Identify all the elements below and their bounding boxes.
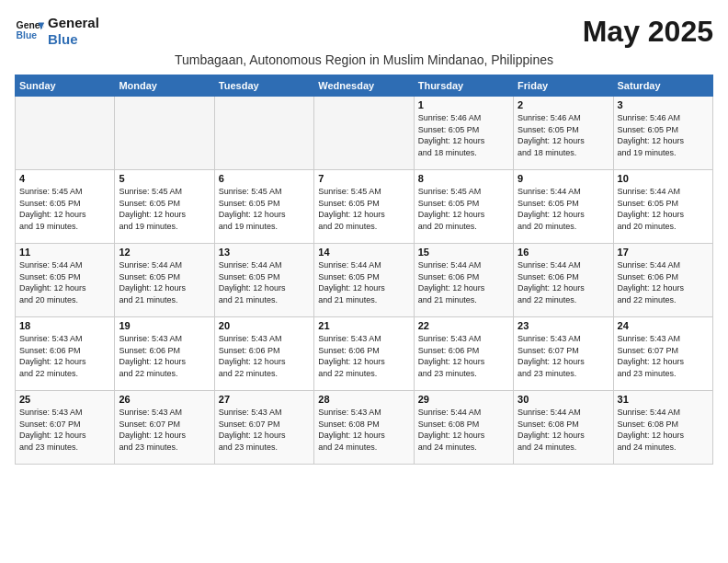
day-info: Sunrise: 5:44 AM Sunset: 6:05 PM Dayligh… [19, 259, 110, 305]
day-info: Sunrise: 5:44 AM Sunset: 6:08 PM Dayligh… [518, 407, 609, 453]
day-cell: 2Sunrise: 5:46 AM Sunset: 6:05 PM Daylig… [514, 97, 613, 170]
day-info: Sunrise: 5:44 AM Sunset: 6:08 PM Dayligh… [418, 407, 509, 453]
day-number: 13 [219, 247, 310, 258]
day-info: Sunrise: 5:44 AM Sunset: 6:05 PM Dayligh… [119, 259, 210, 305]
day-cell: 22Sunrise: 5:43 AM Sunset: 6:06 PM Dayli… [414, 317, 513, 391]
day-info: Sunrise: 5:44 AM Sunset: 6:05 PM Dayligh… [219, 259, 310, 305]
day-info: Sunrise: 5:45 AM Sunset: 6:05 PM Dayligh… [119, 186, 210, 232]
day-cell: 24Sunrise: 5:43 AM Sunset: 6:07 PM Dayli… [613, 317, 712, 391]
day-cell: 13Sunrise: 5:44 AM Sunset: 6:05 PM Dayli… [214, 244, 313, 317]
header-cell-tuesday: Tuesday [214, 75, 313, 97]
day-number: 3 [618, 99, 709, 110]
day-info: Sunrise: 5:45 AM Sunset: 6:05 PM Dayligh… [418, 186, 509, 232]
logo-text-blue: Blue [48, 31, 99, 48]
day-info: Sunrise: 5:46 AM Sunset: 6:05 PM Dayligh… [518, 112, 609, 158]
day-info: Sunrise: 5:43 AM Sunset: 6:07 PM Dayligh… [618, 333, 709, 379]
day-number: 24 [618, 320, 709, 331]
svg-text:Blue: Blue [17, 30, 38, 40]
week-row-3: 11Sunrise: 5:44 AM Sunset: 6:05 PM Dayli… [16, 244, 713, 317]
header-cell-thursday: Thursday [414, 75, 513, 97]
day-info: Sunrise: 5:43 AM Sunset: 6:07 PM Dayligh… [19, 407, 110, 453]
day-cell [314, 97, 414, 170]
day-info: Sunrise: 5:45 AM Sunset: 6:05 PM Dayligh… [318, 186, 409, 232]
day-info: Sunrise: 5:45 AM Sunset: 6:05 PM Dayligh… [19, 186, 110, 232]
day-number: 8 [418, 173, 509, 184]
day-info: Sunrise: 5:44 AM Sunset: 6:06 PM Dayligh… [618, 259, 709, 305]
day-info: Sunrise: 5:43 AM Sunset: 6:06 PM Dayligh… [19, 333, 110, 379]
logo-icon: General Blue [15, 17, 44, 46]
day-number: 26 [119, 394, 210, 405]
day-info: Sunrise: 5:43 AM Sunset: 6:06 PM Dayligh… [318, 333, 409, 379]
week-row-4: 18Sunrise: 5:43 AM Sunset: 6:06 PM Dayli… [16, 317, 713, 391]
day-cell: 31Sunrise: 5:44 AM Sunset: 6:08 PM Dayli… [613, 391, 712, 465]
day-number: 14 [318, 247, 409, 258]
day-info: Sunrise: 5:43 AM Sunset: 6:08 PM Dayligh… [318, 407, 409, 453]
week-row-1: 1Sunrise: 5:46 AM Sunset: 6:05 PM Daylig… [16, 97, 713, 170]
day-cell: 1Sunrise: 5:46 AM Sunset: 6:05 PM Daylig… [414, 97, 513, 170]
week-row-5: 25Sunrise: 5:43 AM Sunset: 6:07 PM Dayli… [16, 391, 713, 465]
day-number: 22 [418, 320, 509, 331]
day-cell: 25Sunrise: 5:43 AM Sunset: 6:07 PM Dayli… [16, 391, 115, 465]
header-cell-friday: Friday [514, 75, 613, 97]
day-cell: 27Sunrise: 5:43 AM Sunset: 6:07 PM Dayli… [214, 391, 313, 465]
day-info: Sunrise: 5:44 AM Sunset: 6:05 PM Dayligh… [318, 259, 409, 305]
day-cell: 3Sunrise: 5:46 AM Sunset: 6:05 PM Daylig… [613, 97, 712, 170]
day-cell: 9Sunrise: 5:44 AM Sunset: 6:05 PM Daylig… [514, 170, 613, 244]
day-number: 6 [219, 173, 310, 184]
subtitle: Tumbagaan, Autonomous Region in Muslim M… [15, 52, 713, 67]
header-cell-sunday: Sunday [16, 75, 115, 97]
day-number: 25 [19, 394, 110, 405]
logo-text-general: General [48, 15, 99, 31]
header-cell-saturday: Saturday [613, 75, 712, 97]
day-cell: 10Sunrise: 5:44 AM Sunset: 6:05 PM Dayli… [613, 170, 712, 244]
calendar-table: SundayMondayTuesdayWednesdayThursdayFrid… [15, 75, 713, 465]
day-info: Sunrise: 5:45 AM Sunset: 6:05 PM Dayligh… [219, 186, 310, 232]
day-info: Sunrise: 5:44 AM Sunset: 6:06 PM Dayligh… [418, 259, 509, 305]
day-cell: 6Sunrise: 5:45 AM Sunset: 6:05 PM Daylig… [214, 170, 313, 244]
week-row-2: 4Sunrise: 5:45 AM Sunset: 6:05 PM Daylig… [16, 170, 713, 244]
month-title: May 2025 [583, 15, 713, 49]
day-info: Sunrise: 5:43 AM Sunset: 6:07 PM Dayligh… [219, 407, 310, 453]
logo: General Blue General Blue [15, 15, 99, 48]
day-cell: 26Sunrise: 5:43 AM Sunset: 6:07 PM Dayli… [115, 391, 214, 465]
day-cell: 8Sunrise: 5:45 AM Sunset: 6:05 PM Daylig… [414, 170, 513, 244]
day-number: 1 [418, 99, 509, 110]
day-number: 4 [19, 173, 110, 184]
day-info: Sunrise: 5:43 AM Sunset: 6:06 PM Dayligh… [119, 333, 210, 379]
day-cell: 29Sunrise: 5:44 AM Sunset: 6:08 PM Dayli… [414, 391, 513, 465]
day-cell [115, 97, 214, 170]
day-number: 17 [618, 247, 709, 258]
day-info: Sunrise: 5:43 AM Sunset: 6:07 PM Dayligh… [518, 333, 609, 379]
day-number: 28 [318, 394, 409, 405]
day-cell [214, 97, 313, 170]
day-number: 30 [518, 394, 609, 405]
day-cell: 15Sunrise: 5:44 AM Sunset: 6:06 PM Dayli… [414, 244, 513, 317]
day-number: 18 [19, 320, 110, 331]
day-number: 20 [219, 320, 310, 331]
header-cell-wednesday: Wednesday [314, 75, 414, 97]
day-number: 9 [518, 173, 609, 184]
day-cell: 4Sunrise: 5:45 AM Sunset: 6:05 PM Daylig… [16, 170, 115, 244]
header-row: SundayMondayTuesdayWednesdayThursdayFrid… [16, 75, 713, 97]
day-info: Sunrise: 5:46 AM Sunset: 6:05 PM Dayligh… [618, 112, 709, 158]
day-cell: 16Sunrise: 5:44 AM Sunset: 6:06 PM Dayli… [514, 244, 613, 317]
day-cell: 23Sunrise: 5:43 AM Sunset: 6:07 PM Dayli… [514, 317, 613, 391]
day-number: 5 [119, 173, 210, 184]
day-number: 27 [219, 394, 310, 405]
day-cell: 28Sunrise: 5:43 AM Sunset: 6:08 PM Dayli… [314, 391, 414, 465]
day-number: 12 [119, 247, 210, 258]
day-cell: 21Sunrise: 5:43 AM Sunset: 6:06 PM Dayli… [314, 317, 414, 391]
day-cell: 19Sunrise: 5:43 AM Sunset: 6:06 PM Dayli… [115, 317, 214, 391]
day-info: Sunrise: 5:43 AM Sunset: 6:07 PM Dayligh… [119, 407, 210, 453]
day-number: 16 [518, 247, 609, 258]
day-cell: 11Sunrise: 5:44 AM Sunset: 6:05 PM Dayli… [16, 244, 115, 317]
day-info: Sunrise: 5:43 AM Sunset: 6:06 PM Dayligh… [219, 333, 310, 379]
day-cell: 7Sunrise: 5:45 AM Sunset: 6:05 PM Daylig… [314, 170, 414, 244]
day-number: 19 [119, 320, 210, 331]
day-info: Sunrise: 5:44 AM Sunset: 6:05 PM Dayligh… [618, 186, 709, 232]
day-cell: 17Sunrise: 5:44 AM Sunset: 6:06 PM Dayli… [613, 244, 712, 317]
day-cell: 14Sunrise: 5:44 AM Sunset: 6:05 PM Dayli… [314, 244, 414, 317]
day-cell: 20Sunrise: 5:43 AM Sunset: 6:06 PM Dayli… [214, 317, 313, 391]
day-info: Sunrise: 5:44 AM Sunset: 6:06 PM Dayligh… [518, 259, 609, 305]
day-info: Sunrise: 5:44 AM Sunset: 6:08 PM Dayligh… [618, 407, 709, 453]
